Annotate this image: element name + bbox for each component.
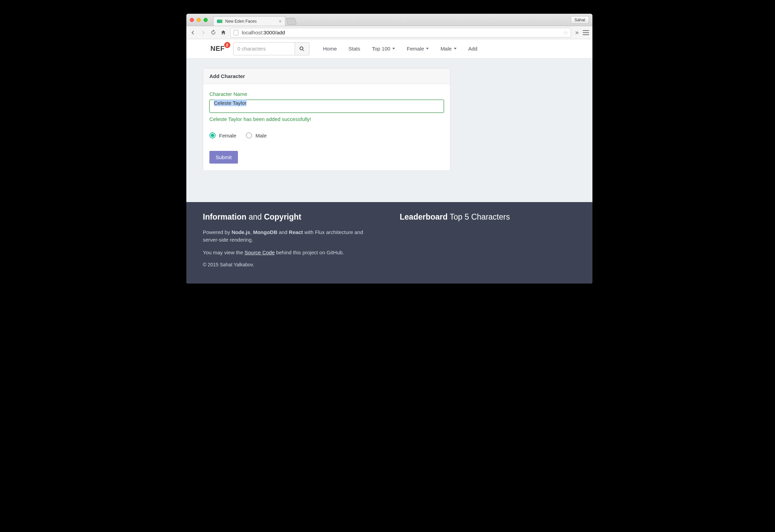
radio-female-label: Female <box>219 133 236 138</box>
maximize-window-button[interactable] <box>204 18 208 22</box>
notification-badge: 2 <box>224 42 230 48</box>
footer-copyright: © 2015 Sahat Yalkabov. <box>203 261 379 268</box>
title-bar: New Eden Faces × Sahat <box>186 14 592 26</box>
bookmark-star-icon[interactable]: ☆ <box>563 29 568 36</box>
footer-powered-by: Powered by Node.js, MongoDB and React wi… <box>203 229 379 244</box>
source-code-link[interactable]: Source Code <box>244 250 275 255</box>
chevron-down-icon <box>392 48 395 49</box>
url-host: localhost <box>242 30 262 35</box>
profile-button[interactable]: Sahat <box>571 16 589 24</box>
hamburger-menu-icon[interactable] <box>583 30 589 35</box>
nav-add[interactable]: Add <box>468 46 478 52</box>
panel-title: Add Character <box>203 68 450 84</box>
browser-tab[interactable]: New Eden Faces × <box>213 16 285 26</box>
nav-top100[interactable]: Top 100 <box>372 46 395 52</box>
footer-source: You may view the Source Code behind this… <box>203 249 379 257</box>
radio-female[interactable]: Female <box>209 132 236 138</box>
browser-window: New Eden Faces × Sahat localhost:3000/ad <box>186 14 592 284</box>
footer-info-heading: Information and Copyright <box>203 212 379 222</box>
nav-male[interactable]: Male <box>440 46 457 52</box>
add-character-panel: Add Character Character Name Celeste Tay… <box>203 68 450 171</box>
favicon-icon <box>217 20 222 23</box>
close-tab-icon[interactable]: × <box>279 19 282 24</box>
search-group <box>233 42 309 55</box>
chevron-down-icon <box>426 48 429 49</box>
forward-icon <box>200 30 206 36</box>
nav-stats[interactable]: Stats <box>349 46 360 52</box>
window-controls <box>190 18 208 22</box>
radio-icon-checked <box>209 132 216 138</box>
reload-icon[interactable] <box>210 30 216 35</box>
nav-items: Home Stats Top 100 Female Male Add <box>323 46 478 52</box>
page-icon <box>233 30 238 35</box>
footer-leaderboard-heading: Leaderboard Top 5 Characters <box>400 212 576 222</box>
minimize-window-button[interactable] <box>197 18 201 22</box>
back-icon[interactable] <box>190 30 196 36</box>
page-content: Add Character Character Name Celeste Tay… <box>186 58 592 180</box>
search-icon <box>299 46 305 52</box>
app-footer: Information and Copyright Powered by Nod… <box>186 202 592 284</box>
app-viewport: NEF 2 Home Stats Top 100 Female Male Add <box>186 39 592 284</box>
home-icon[interactable] <box>220 30 226 35</box>
nav-female[interactable]: Female <box>407 46 429 52</box>
search-button[interactable] <box>295 43 309 55</box>
submit-button[interactable]: Submit <box>209 151 238 164</box>
radio-male[interactable]: Male <box>246 132 267 138</box>
search-input[interactable] <box>233 43 295 55</box>
brand-logo[interactable]: NEF 2 <box>210 45 225 53</box>
close-window-button[interactable] <box>190 18 194 22</box>
address-bar[interactable]: localhost:3000/add ☆ <box>230 28 571 37</box>
app-navbar: NEF 2 Home Stats Top 100 Female Male Add <box>186 39 592 58</box>
overflow-icon[interactable]: » <box>575 29 579 36</box>
name-value-selected: Celeste Taylor <box>214 100 247 106</box>
browser-toolbar: localhost:3000/add ☆ » <box>186 26 592 39</box>
panel-body: Character Name Celeste Taylor Celeste Ta… <box>203 84 450 170</box>
radio-male-label: Male <box>255 133 267 138</box>
brand-text: NEF <box>210 45 225 52</box>
chevron-down-icon <box>454 48 457 49</box>
footer-info-column: Information and Copyright Powered by Nod… <box>203 212 379 274</box>
new-tab-button[interactable] <box>286 18 296 25</box>
nav-home[interactable]: Home <box>323 46 337 52</box>
footer-leaderboard-column: Leaderboard Top 5 Characters <box>400 212 576 274</box>
name-label: Character Name <box>209 91 444 97</box>
radio-icon-unchecked <box>246 132 252 138</box>
success-message: Celeste Taylor has been added successful… <box>209 116 444 122</box>
character-name-input[interactable]: Celeste Taylor <box>209 100 444 113</box>
tab-title: New Eden Faces <box>225 19 279 24</box>
url-path: :3000/add <box>262 30 285 35</box>
gender-radios: Female Male <box>209 132 444 138</box>
